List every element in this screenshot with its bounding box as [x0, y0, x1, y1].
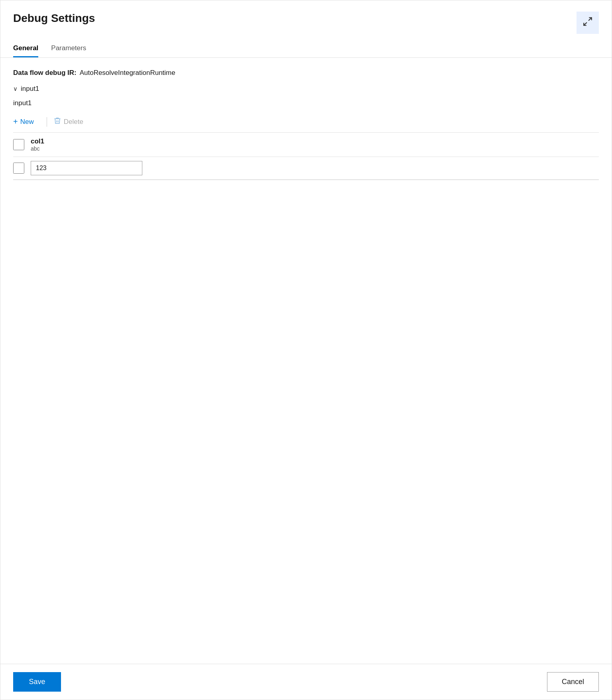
dialog-header: Debug Settings [0, 0, 612, 34]
new-button-label: New [20, 118, 34, 126]
section-collapse-header[interactable]: ∨ input1 [13, 85, 599, 93]
data-table: col1 abc [13, 133, 599, 180]
trash-icon [53, 117, 61, 127]
general-tab-content: Data flow debug IR: AutoResolveIntegrati… [0, 58, 612, 664]
col-name: col1 [31, 137, 44, 145]
col-header-info: col1 abc [31, 137, 44, 152]
tab-general[interactable]: General [13, 40, 38, 57]
expand-icon [582, 16, 593, 29]
input-section-label: input1 [13, 99, 599, 107]
svg-line-0 [588, 18, 592, 21]
ir-value: AutoResolveIntegrationRuntime [80, 69, 175, 77]
column-header-row: col1 abc [13, 133, 599, 157]
delete-button-label: Delete [64, 118, 83, 126]
ir-label: Data flow debug IR: [13, 69, 77, 77]
section-title: input1 [21, 85, 39, 93]
debug-settings-dialog: Debug Settings General Parameters Data f… [0, 0, 612, 700]
cancel-button[interactable]: Cancel [547, 672, 599, 692]
tab-parameters[interactable]: Parameters [51, 40, 86, 57]
row-value-input[interactable] [31, 161, 142, 175]
toolbar-divider [47, 117, 47, 127]
row-checkbox[interactable] [13, 163, 24, 174]
col-type: abc [31, 145, 44, 152]
svg-line-1 [584, 22, 587, 25]
plus-icon: + [13, 117, 18, 126]
save-button[interactable]: Save [13, 672, 61, 692]
new-button[interactable]: + New [13, 116, 40, 128]
toolbar: + New Delete [13, 111, 599, 133]
delete-button[interactable]: Delete [53, 115, 83, 128]
dialog-title: Debug Settings [13, 12, 95, 25]
ir-row: Data flow debug IR: AutoResolveIntegrati… [13, 69, 599, 77]
col-header-checkbox[interactable] [13, 139, 24, 150]
table-row [13, 157, 599, 180]
chevron-down-icon: ∨ [13, 85, 18, 92]
expand-button[interactable] [577, 12, 599, 34]
dialog-footer: Save Cancel [0, 664, 612, 700]
tab-bar: General Parameters [0, 40, 612, 58]
